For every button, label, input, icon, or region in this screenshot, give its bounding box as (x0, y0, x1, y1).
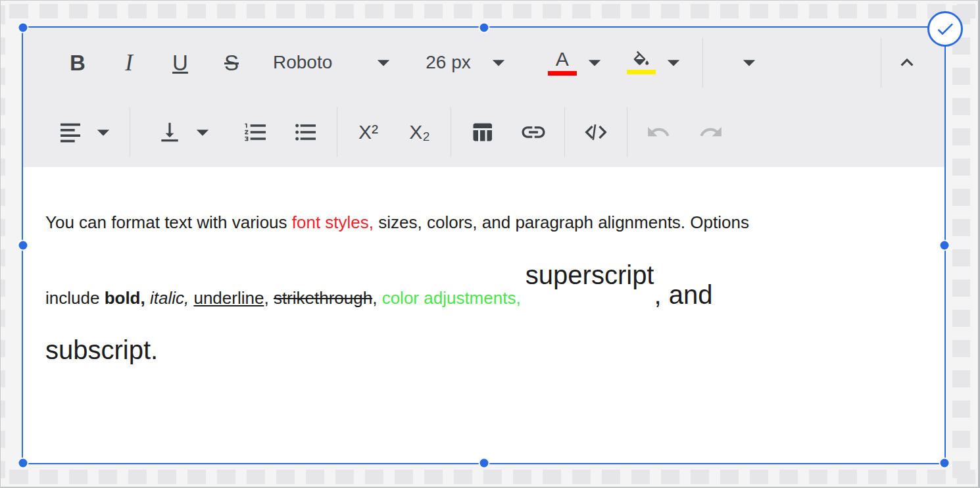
text-segment-normal: , (372, 288, 381, 308)
insert-link-button[interactable] (513, 105, 554, 160)
italic-button[interactable]: I (103, 35, 155, 90)
editor-toolbar: B I U S Roboto (23, 28, 944, 167)
chevron-down-icon (188, 118, 217, 147)
text-color-swatch (548, 71, 577, 76)
underline-icon: U (172, 52, 188, 74)
confirm-button[interactable] (927, 11, 963, 47)
text-segment-italic: italic, (150, 288, 189, 308)
insert-table-button[interactable] (462, 105, 502, 160)
text-align-menu-arrow[interactable] (89, 105, 118, 160)
text-segment-normal (145, 288, 150, 308)
text-color-icon: A (556, 49, 569, 69)
canvas: B I U S Roboto (0, 0, 980, 488)
resize-handle-bottom-left[interactable] (19, 459, 28, 468)
highlight-color-menu-arrow[interactable] (659, 35, 688, 90)
undo-icon (646, 120, 671, 145)
text-segment-normal: include (45, 288, 105, 308)
highlight-color-button[interactable] (624, 35, 659, 90)
chevron-down-icon (659, 48, 688, 77)
chevron-down-icon (369, 48, 398, 77)
text-segment-strikethrough: strikethrough (274, 288, 372, 308)
text-segment-normal: You can format text with various (45, 212, 292, 232)
rich-text-editor: B I U S Roboto (23, 28, 944, 463)
text-segment-underline: underline (193, 288, 264, 308)
chevron-down-icon (735, 48, 764, 77)
undo-button[interactable] (638, 105, 679, 160)
text-segment-green: color adjustments, (382, 288, 521, 308)
redo-button[interactable] (691, 105, 731, 160)
text-color-menu-arrow[interactable] (580, 35, 609, 90)
chevron-down-icon (580, 48, 609, 77)
font-family-select[interactable]: Roboto (273, 35, 398, 90)
insert-bottom-menu-arrow[interactable] (188, 105, 217, 160)
toolbar-divider (337, 107, 337, 157)
text-segment-large: , and (654, 280, 712, 309)
toolbar-divider (564, 107, 565, 157)
editor-content[interactable]: You can format text with various font st… (23, 167, 944, 463)
table-icon (470, 120, 494, 144)
ordered-list-button[interactable] (235, 105, 276, 160)
text-segment-red: font styles, (292, 212, 374, 232)
arrow-down-to-line-icon (157, 120, 182, 145)
font-size-select[interactable]: 26 px (426, 35, 513, 90)
text-segment-normal: sizes, colors, and paragraph alignments.… (374, 212, 749, 232)
canvas-dash-border-left (1, 1, 5, 487)
canvas-dash-border-top (1, 4, 978, 18)
code-view-button[interactable] (576, 105, 616, 160)
italic-icon: I (125, 51, 133, 74)
font-size-value: 26 px (426, 52, 471, 73)
text-element-selection-box: B I U S Roboto (22, 26, 946, 464)
align-left-icon (57, 119, 84, 145)
resize-handle-middle-right[interactable] (941, 241, 949, 250)
underline-button[interactable]: U (155, 35, 206, 90)
text-line: include bold, italic, underline, striket… (45, 275, 922, 310)
text-line: You can format text with various font st… (45, 210, 922, 234)
text-color-button[interactable]: A (545, 35, 580, 90)
canvas-dash-border-bottom (1, 470, 978, 484)
link-icon (520, 118, 547, 146)
chevron-up-icon (894, 50, 919, 75)
text-segment-bold: bold, (105, 288, 145, 308)
numbered-list-icon (243, 119, 269, 145)
strikethrough-button[interactable]: S (206, 35, 257, 90)
resize-handle-middle-left[interactable] (19, 241, 28, 250)
text-segment-superscript-large: superscript (526, 260, 654, 289)
resize-handle-bottom-right[interactable] (941, 459, 949, 468)
bullet-list-icon (293, 119, 319, 145)
resize-handle-top-center[interactable] (479, 24, 488, 32)
font-family-value: Roboto (273, 52, 332, 73)
canvas-dash-border-right (952, 1, 970, 487)
resize-handle-bottom-center[interactable] (479, 459, 488, 468)
text-line: subscript. (45, 341, 922, 365)
toolbar-divider (130, 107, 130, 157)
toolbar-row-1: B I U S Roboto (23, 28, 944, 97)
subscript-icon: X₂ (409, 122, 430, 142)
highlight-color-swatch (627, 70, 656, 74)
resize-handle-top-left[interactable] (19, 24, 28, 32)
toolbar-divider (627, 107, 627, 157)
toolbar-divider (451, 107, 451, 157)
toolbar-divider (702, 37, 703, 87)
text-align-button[interactable] (52, 105, 89, 160)
collapse-toolbar-button[interactable] (881, 35, 933, 90)
strikethrough-icon: S (224, 52, 239, 74)
toolbar-row-2: X² X₂ (23, 97, 944, 167)
superscript-icon: X² (358, 122, 378, 142)
bold-icon: B (70, 52, 86, 74)
redo-icon (698, 120, 723, 145)
text-segment-normal: , (264, 288, 273, 308)
superscript-button[interactable]: X² (348, 105, 389, 160)
chevron-down-icon (89, 118, 118, 147)
check-icon (935, 18, 956, 39)
text-segment-normal (521, 288, 526, 308)
bullet-list-button[interactable] (285, 105, 326, 160)
chevron-down-icon (484, 48, 513, 77)
paint-bucket-icon (631, 51, 651, 68)
editor-paragraph: You can format text with various font st… (45, 210, 922, 365)
bold-button[interactable]: B (52, 35, 103, 90)
text-segment-large: subscript. (45, 335, 158, 364)
paragraph-format-select[interactable] (720, 35, 764, 90)
code-icon (583, 119, 609, 145)
insert-bottom-button[interactable] (151, 105, 188, 160)
subscript-button[interactable]: X₂ (399, 105, 440, 160)
